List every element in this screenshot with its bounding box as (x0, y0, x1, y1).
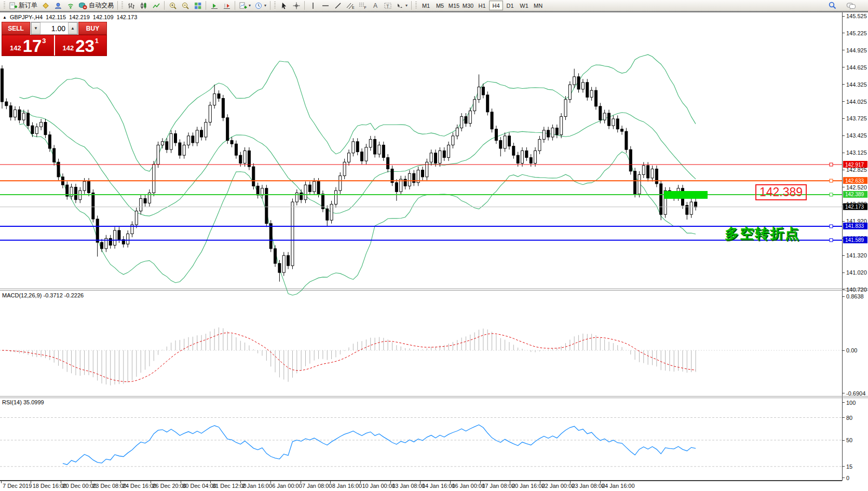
timeframe-M30[interactable]: M30 (461, 1, 475, 10)
autotrading-button[interactable]: 自动交易 (77, 1, 115, 11)
volume-increase-button[interactable]: ▲ (68, 22, 77, 34)
time-tick-label: 20 Jan 16:00 (512, 483, 545, 489)
toolbar-edge (0, 11, 868, 12)
bar-chart-button[interactable] (125, 1, 137, 11)
timeframe-W1[interactable]: W1 (517, 1, 531, 10)
toolbar-separator (164, 1, 165, 10)
time-tick-label: 24 Dec 16:00 (123, 483, 156, 489)
new-order-button[interactable]: 新订单 (7, 1, 39, 11)
chart-axes: 145.525145.225144.925144.625144.325144.0… (0, 12, 868, 481)
text-label-icon: T (384, 2, 392, 10)
bollinger-bands (19, 54, 696, 295)
fibonacci-tool-button[interactable]: F (357, 1, 369, 11)
axis-tick-label: 0.8638 (846, 293, 864, 299)
market-watch-button[interactable] (52, 1, 64, 11)
timeframe-D1[interactable]: D1 (503, 1, 517, 10)
zoom-in-button[interactable] (167, 1, 179, 11)
chart-canvas[interactable]: 145.525145.225144.925144.625144.325144.0… (0, 0, 868, 491)
tile-windows-button[interactable] (192, 1, 204, 11)
clock-icon (254, 2, 263, 10)
time-tick-label: 30 Dec 04:00 (182, 483, 216, 489)
highlight-rectangle (664, 191, 708, 199)
autotrading-icon (78, 2, 87, 10)
text-tool-button[interactable]: A (369, 1, 381, 11)
time-tick-label: 7 Jan 08:00 (302, 483, 332, 489)
sell-button[interactable]: SELL (2, 22, 30, 35)
arrows-tool-button[interactable]: ▾ (394, 1, 409, 11)
chart-shift-button[interactable] (221, 1, 233, 11)
timeframe-group: M1M5M15M30H1H4D1W1MN (419, 1, 545, 10)
search-icon (828, 1, 837, 10)
crosshair-icon (292, 2, 301, 10)
buy-price-panel[interactable]: 142 23 1 (54, 35, 107, 56)
text-label-tool-button[interactable]: T (382, 1, 394, 11)
profiles-button[interactable]: ▾ (253, 1, 268, 11)
new-chart-button[interactable]: ▾ (237, 1, 252, 11)
new-chart-icon (239, 2, 247, 10)
trendline-tool-button[interactable] (332, 1, 344, 11)
cursor-icon (280, 2, 288, 10)
chat-button[interactable] (845, 1, 858, 11)
sell-price-panel[interactable]: 142 17 3 (2, 35, 54, 56)
dropdown-caret-icon: ▾ (264, 4, 266, 8)
line-chart-button[interactable] (150, 1, 162, 11)
search-button[interactable] (826, 1, 838, 11)
mt4-window: 新订单 自动交易 (0, 0, 868, 491)
collapse-arrow-icon[interactable]: ▲ (3, 15, 7, 20)
line-handle[interactable] (830, 163, 833, 166)
auto-scroll-button[interactable] (208, 1, 220, 11)
vertical-line-tool-button[interactable] (307, 1, 319, 11)
axis-tick-label: 144.025 (846, 99, 867, 105)
auto-scroll-icon (210, 2, 219, 10)
chat-icon (846, 2, 856, 10)
axis-tick-label: 145.225 (846, 30, 867, 36)
timeframe-M5[interactable]: M5 (433, 1, 447, 10)
equidistant-channel-tool-button[interactable]: E (344, 1, 356, 11)
toolbar-grip (415, 2, 417, 9)
time-tick-label: 7 Dec 2019 (3, 483, 32, 489)
svg-text:F: F (364, 6, 367, 9)
chart-profile-button[interactable] (39, 1, 51, 11)
line-handle[interactable] (830, 225, 833, 228)
horizontal-line-tool-button[interactable] (319, 1, 331, 11)
volume-decrease-button[interactable]: ▼ (31, 22, 40, 34)
time-tick-label: 31 Dec 12:00 (212, 483, 246, 489)
timeframe-H1[interactable]: H1 (475, 1, 489, 10)
rsi-pane (63, 425, 696, 465)
axis-tick-label: 142.520 (846, 184, 867, 190)
svg-text:A: A (373, 2, 377, 9)
volume-input[interactable]: 1.00 (40, 22, 68, 34)
cursor-tool-button[interactable] (278, 1, 290, 11)
axis-tick-label: 141.020 (846, 269, 867, 276)
chart-shift-icon (223, 2, 231, 10)
line-handle[interactable] (830, 239, 833, 242)
timeframe-M15[interactable]: M15 (447, 1, 461, 10)
signals-button[interactable] (64, 1, 76, 11)
svg-text:E: E (352, 6, 355, 9)
axis-tick-label: 143.425 (846, 132, 867, 139)
time-tick-label: 23 Dec 08:00 (92, 483, 126, 489)
toolbar-grip (274, 2, 276, 9)
axis-tick-label: 143.725 (846, 115, 867, 121)
line-handle[interactable] (830, 193, 833, 196)
axis-tick-label: 141.320 (846, 252, 867, 258)
candlestick-button[interactable] (138, 1, 150, 11)
timeframe-H4[interactable]: H4 (489, 1, 503, 10)
axis-tick-label: 100 (846, 400, 856, 406)
ohlc-high: 142.219 (69, 14, 90, 20)
macd-indicator-label: MACD(12,26,9) -0.3712 -0.2226 (2, 292, 84, 298)
macd-pane (2, 328, 696, 386)
time-tick-label: 13 Jan 08:00 (392, 483, 425, 489)
time-tick-label: 20 Dec 00:00 (62, 483, 96, 489)
timeframe-MN[interactable]: MN (531, 1, 545, 10)
autotrading-label: 自动交易 (89, 1, 114, 10)
zoom-out-button[interactable] (179, 1, 191, 11)
buy-price-big-figure: 142 (62, 45, 74, 51)
buy-button[interactable]: BUY (78, 22, 107, 35)
turning-point-annotation: 多空转折点 (725, 224, 800, 243)
diamond-icon (42, 2, 50, 10)
line-handle[interactable] (830, 179, 833, 182)
axis-tick-label: 15 (846, 463, 852, 470)
crosshair-tool-button[interactable] (290, 1, 302, 11)
timeframe-M1[interactable]: M1 (419, 1, 433, 10)
